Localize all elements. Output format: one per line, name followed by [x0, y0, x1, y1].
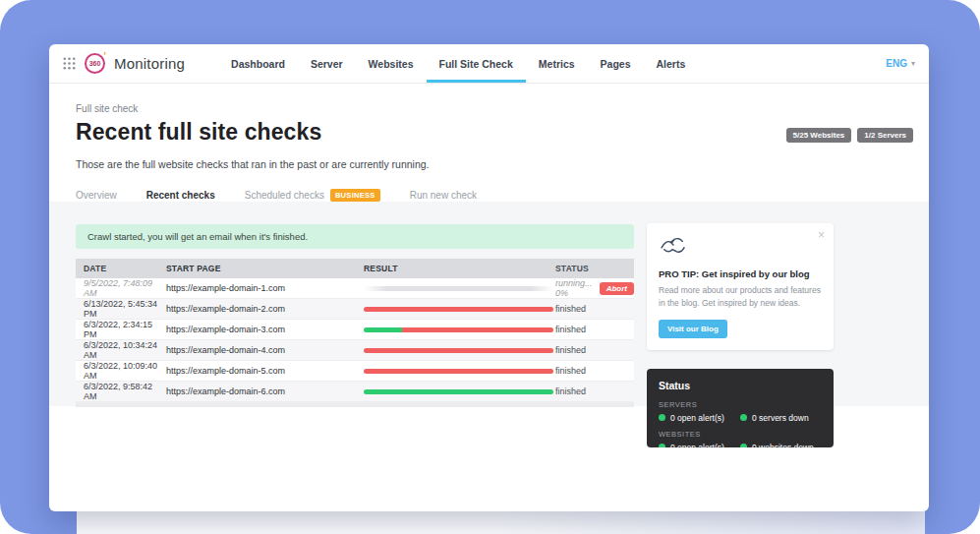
page-head: Full site check Recent full site checks …	[49, 84, 929, 170]
status-section-heading-websites: WEBSITES	[659, 430, 822, 439]
result-progress-bar	[364, 286, 553, 291]
result-progress-bar	[364, 389, 553, 394]
abort-button[interactable]: Abort	[600, 282, 634, 295]
cell-status: running... 0%Abort	[555, 278, 634, 298]
result-progress-bar	[364, 369, 553, 374]
page-description: Those are the full website checks that r…	[76, 158, 902, 170]
bar-red-segment	[364, 369, 553, 374]
cell-start-page: https://example-domain-3.com	[166, 325, 364, 334]
app-header: 360 ’ Monitoring DashboardServerWebsites…	[49, 44, 929, 84]
badge-5-25-websites[interactable]: 5/25 Websites	[786, 128, 852, 143]
nav-item-pages[interactable]: Pages	[588, 44, 644, 83]
green-status-dot-icon	[740, 444, 747, 447]
cell-date: 9/5/2022, 7:48:09 AM	[76, 278, 166, 298]
cell-date: 6/3/2022, 9:58:42 AM	[76, 382, 166, 401]
status-text: finished	[555, 366, 586, 376]
cell-date: 6/3/2022, 2:34:15 PM	[76, 320, 166, 339]
status-item: 0 servers down	[740, 413, 822, 423]
cell-date: 6/3/2022, 10:09:40 AM	[76, 361, 166, 381]
result-progress-bar	[364, 348, 553, 353]
tab-label: Run new check	[410, 190, 477, 201]
sidebar-column: × PRO TIP: Get inspired by our blog Read…	[647, 223, 834, 447]
tab-label: Scheduled checks	[245, 190, 324, 201]
cell-result	[364, 327, 555, 332]
status-item: 0 websites down	[740, 443, 822, 447]
bar-red-segment	[364, 307, 553, 312]
status-items-row: 0 open alert(s)0 websites down	[659, 443, 822, 447]
cell-start-page: https://example-domain-4.com	[166, 345, 364, 355]
nav-item-websites[interactable]: Websites	[356, 44, 427, 83]
green-status-dot-icon	[659, 414, 665, 421]
table-body: 9/5/2022, 7:48:09 AMhttps://example-doma…	[76, 278, 634, 402]
visit-blog-button[interactable]: Visit our Blog	[659, 320, 727, 338]
cell-status: finished	[555, 345, 634, 355]
bar-green-segment	[364, 327, 402, 332]
business-badge: BUSINESS	[330, 189, 380, 202]
close-icon[interactable]: ×	[818, 229, 825, 241]
bar-red-segment	[402, 327, 553, 332]
table-row[interactable]: 6/3/2022, 10:09:40 AMhttps://example-dom…	[76, 361, 634, 382]
cell-status: finished	[555, 325, 634, 334]
status-text: finished	[555, 325, 586, 334]
cell-start-page: https://example-domain-2.com	[166, 304, 364, 314]
cell-status: finished	[555, 304, 634, 314]
nav-item-metrics[interactable]: Metrics	[526, 44, 588, 83]
success-banner: Crawl started, you will get an email whe…	[76, 224, 634, 249]
status-sections: SERVERS0 open alert(s)0 servers downWEBS…	[659, 400, 822, 447]
marketing-canvas: 360 ’ Monitoring DashboardServerWebsites…	[0, 0, 980, 534]
cell-start-page: https://example-domain-1.com	[166, 283, 364, 293]
bar-red-segment	[364, 348, 553, 353]
column-header-date: DATE	[76, 264, 166, 273]
column-header-result: RESULT	[364, 264, 555, 273]
status-section-heading-servers: SERVERS	[659, 400, 822, 409]
page-title: Recent full site checks	[76, 119, 902, 146]
cell-result	[364, 286, 555, 291]
table-row[interactable]: 6/3/2022, 10:34:24 AMhttps://example-dom…	[76, 340, 634, 361]
status-item-label: 0 open alert(s)	[670, 413, 724, 423]
brand-area: 360 ’ Monitoring	[63, 44, 185, 83]
tab-label: Overview	[76, 190, 117, 201]
table-header: DATESTART PAGERESULTSTATUS	[76, 259, 634, 278]
status-item-label: 0 servers down	[752, 413, 809, 423]
table-row[interactable]: 9/5/2022, 7:48:09 AMhttps://example-doma…	[76, 278, 634, 299]
column-header-status: STATUS	[555, 264, 634, 273]
table-row[interactable]: 6/13/2022, 5:45:34 PMhttps://example-dom…	[76, 299, 634, 320]
bottom-fade-decoration	[77, 510, 925, 534]
table-row[interactable]: 6/3/2022, 9:58:42 AMhttps://example-doma…	[76, 382, 634, 402]
chevron-down-icon: ▾	[911, 59, 915, 68]
nav-item-dashboard[interactable]: Dashboard	[218, 44, 298, 83]
cell-date: 6/13/2022, 5:45:34 PM	[76, 299, 166, 319]
language-selector[interactable]: ENG ▾	[886, 44, 915, 83]
column-header-start-page: START PAGE	[166, 264, 364, 273]
breadcrumb: Full site check	[76, 103, 902, 114]
tab-label: Recent checks	[146, 190, 215, 201]
cell-start-page: https://example-domain-5.com	[166, 366, 364, 376]
handshake-icon	[659, 235, 688, 257]
status-card: Status SERVERS0 open alert(s)0 servers d…	[647, 369, 834, 447]
usage-badges: 5/25 Websites1/2 Servers	[786, 128, 913, 143]
table-row[interactable]: 6/3/2022, 2:34:15 PMhttps://example-doma…	[76, 320, 634, 340]
cell-date: 6/3/2022, 10:34:24 AM	[76, 340, 166, 360]
nav-item-full-site-check[interactable]: Full Site Check	[427, 44, 526, 83]
pro-tip-title: PRO TIP: Get inspired by our blog	[659, 268, 822, 279]
bar-green-segment	[364, 389, 553, 394]
app-launcher-grid-icon[interactable]	[63, 57, 76, 70]
status-text: finished	[555, 345, 586, 355]
green-status-dot-icon	[659, 444, 665, 447]
badge-1-2-servers[interactable]: 1/2 Servers	[857, 128, 913, 143]
pro-tip-card: × PRO TIP: Get inspired by our blog Read…	[647, 223, 834, 350]
status-text: running... 0%	[555, 278, 594, 298]
status-item-label: 0 websites down	[752, 443, 814, 447]
nav-item-server[interactable]: Server	[298, 44, 356, 83]
brand-360-logo-icon[interactable]: 360 ’	[85, 53, 105, 74]
app-window: 360 ’ Monitoring DashboardServerWebsites…	[49, 44, 929, 511]
cell-status: finished	[555, 386, 634, 396]
status-text: finished	[555, 304, 586, 314]
status-item: 0 open alert(s)	[659, 413, 740, 423]
cell-status: finished	[555, 366, 634, 376]
table-cutoff-row	[76, 402, 634, 407]
checks-column: Crawl started, you will get an email whe…	[76, 224, 634, 407]
nav-item-alerts[interactable]: Alerts	[644, 44, 699, 83]
status-item-label: 0 open alert(s)	[670, 443, 724, 447]
brand-name: Monitoring	[114, 55, 185, 72]
